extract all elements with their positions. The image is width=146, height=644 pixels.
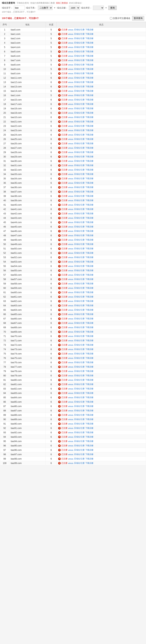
register-link[interactable]: 买域名/注册 xyxy=(74,129,85,132)
register-link[interactable]: 买域名/注册 xyxy=(74,247,85,250)
whois-link[interactable]: whois xyxy=(68,125,73,127)
register-link[interactable]: 买域名/注册 xyxy=(74,278,85,280)
register-link[interactable]: 买域名/注册 xyxy=(74,308,85,311)
whois-link[interactable]: whois xyxy=(68,357,73,359)
whois-link[interactable]: whois xyxy=(68,55,73,57)
whois-link[interactable]: whois xyxy=(68,370,73,372)
order-link[interactable]: 下载后缀 xyxy=(85,68,93,70)
register-link[interactable]: 买域名/注册 xyxy=(74,313,85,316)
whois-link[interactable]: whois xyxy=(68,77,73,79)
order-link[interactable]: 下载后缀 xyxy=(85,208,93,210)
order-link[interactable]: 下载后缀 xyxy=(85,387,93,390)
whois-link[interactable]: whois xyxy=(68,248,73,250)
order-link[interactable]: 下载后缀 xyxy=(85,286,93,289)
register-link[interactable]: 买域名/注册 xyxy=(74,116,85,118)
register-link[interactable]: 买域名/注册 xyxy=(74,252,85,254)
whois-link[interactable]: whois xyxy=(68,296,73,298)
whois-link[interactable]: whois xyxy=(68,291,73,294)
whois-link[interactable]: whois xyxy=(68,335,73,337)
register-link[interactable]: 买域名/注册 xyxy=(74,63,85,66)
register-link[interactable]: 买域名/注册 xyxy=(74,422,85,425)
register-link[interactable]: 买域名/注册 xyxy=(74,98,85,101)
register-link[interactable]: 买域名/注册 xyxy=(74,182,85,184)
whois-link[interactable]: whois xyxy=(68,300,73,302)
register-link[interactable]: 买域名/注册 xyxy=(74,322,85,324)
order-link[interactable]: 下载后缀 xyxy=(85,164,93,167)
register-link[interactable]: 买域名/注册 xyxy=(74,378,85,381)
whois-link[interactable]: whois xyxy=(68,462,73,464)
whois-link[interactable]: whois xyxy=(68,383,73,386)
order-link[interactable]: 下载后缀 xyxy=(85,72,93,75)
order-link[interactable]: 下载后缀 xyxy=(85,344,93,346)
whois-link[interactable]: whois xyxy=(68,401,73,403)
register-link[interactable]: 买域名/注册 xyxy=(74,282,85,285)
register-link[interactable]: 买域名/注册 xyxy=(74,112,85,114)
order-link[interactable]: 下载后缀 xyxy=(85,155,93,158)
register-link[interactable]: 买域名/注册 xyxy=(74,94,85,97)
register-link[interactable]: 买域名/注册 xyxy=(74,225,85,228)
order-link[interactable]: 下载后缀 xyxy=(85,256,93,259)
register-link[interactable]: 买域名/注册 xyxy=(74,448,85,451)
register-link[interactable]: 买域名/注册 xyxy=(74,42,85,44)
whois-link[interactable]: whois xyxy=(68,116,73,118)
order-link[interactable]: 下载后缀 xyxy=(85,107,93,110)
order-link[interactable]: 下载后缀 xyxy=(85,361,93,364)
whois-link[interactable]: whois xyxy=(68,200,73,202)
whois-link[interactable]: whois xyxy=(68,46,73,48)
register-link[interactable]: 买域名/注册 xyxy=(74,54,85,57)
order-link[interactable]: 下载后缀 xyxy=(85,129,93,132)
register-link[interactable]: 买域名/注册 xyxy=(74,76,85,79)
register-link[interactable]: 买域名/注册 xyxy=(74,59,85,62)
order-link[interactable]: 下载后缀 xyxy=(85,168,93,171)
whois-link[interactable]: whois xyxy=(68,86,73,88)
register-link[interactable]: 买域名/注册 xyxy=(74,462,85,464)
order-link[interactable]: 下载后缀 xyxy=(85,28,93,31)
order-link[interactable]: 下载后缀 xyxy=(85,444,93,447)
order-link[interactable]: 下载后缀 xyxy=(85,46,93,48)
whois-link[interactable]: whois xyxy=(68,90,73,92)
whois-link[interactable]: whois xyxy=(68,270,73,272)
whois-link[interactable]: whois xyxy=(68,212,73,215)
whois-link[interactable]: whois xyxy=(68,64,73,66)
register-link[interactable]: 买域名/注册 xyxy=(74,260,85,263)
whois-link[interactable]: whois xyxy=(68,129,73,132)
whois-link[interactable]: whois xyxy=(68,94,73,96)
whois-link[interactable]: whois xyxy=(68,366,73,368)
register-link[interactable]: 买域名/注册 xyxy=(74,286,85,289)
register-link[interactable]: 买域名/注册 xyxy=(74,414,85,416)
register-link[interactable]: 买域名/注册 xyxy=(74,396,85,399)
whois-link[interactable]: whois xyxy=(68,362,73,364)
order-link[interactable]: 下载后缀 xyxy=(85,422,93,425)
whois-link[interactable]: whois xyxy=(68,396,73,398)
register-link[interactable]: 买域名/注册 xyxy=(74,300,85,302)
subtitle-link[interactable]: 筛除三数量多 xyxy=(56,2,68,4)
register-link[interactable]: 买域名/注册 xyxy=(74,352,85,355)
whois-link[interactable]: whois xyxy=(68,405,73,408)
suffix-select[interactable]: .com .net .org .cn xyxy=(69,6,80,10)
order-link[interactable]: 下载后缀 xyxy=(85,120,93,123)
whois-link[interactable]: whois xyxy=(68,239,73,241)
register-link[interactable]: 买域名/注册 xyxy=(74,37,85,40)
register-link[interactable]: 买域名/注册 xyxy=(74,103,85,106)
whois-link[interactable]: whois xyxy=(68,230,73,232)
whois-link[interactable]: whois xyxy=(68,353,73,355)
order-link[interactable]: 下载后缀 xyxy=(85,85,93,88)
register-link[interactable]: 买域名/注册 xyxy=(74,274,85,276)
order-link[interactable]: 下载后缀 xyxy=(85,54,93,57)
order-link[interactable]: 下载后缀 xyxy=(85,457,93,460)
register-link[interactable]: 买域名/注册 xyxy=(74,400,85,403)
register-link[interactable]: 买域名/注册 xyxy=(74,72,85,75)
order-link[interactable]: 下载后缀 xyxy=(85,418,93,421)
order-link[interactable]: 下载后缀 xyxy=(85,453,93,456)
order-link[interactable]: 下载后缀 xyxy=(85,76,93,79)
register-link[interactable]: 买域名/注册 xyxy=(74,186,85,189)
register-link[interactable]: 买域名/注册 xyxy=(74,304,85,307)
register-link[interactable]: 买域名/注册 xyxy=(74,216,85,219)
order-link[interactable]: 下载后缀 xyxy=(85,462,93,464)
register-link[interactable]: 买域名/注册 xyxy=(74,168,85,171)
whois-link[interactable]: whois xyxy=(68,156,73,158)
register-link[interactable]: 买域名/注册 xyxy=(74,440,85,442)
order-link[interactable]: 下载后缀 xyxy=(85,448,93,451)
order-link[interactable]: 下载后缀 xyxy=(85,300,93,302)
register-link[interactable]: 买域名/注册 xyxy=(74,199,85,202)
